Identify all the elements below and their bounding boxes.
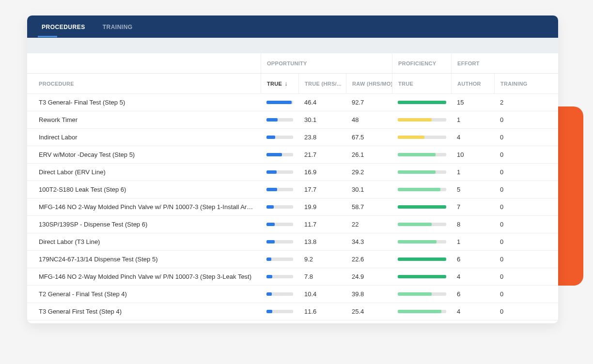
cell-raw-hrs: 92.7 (346, 99, 392, 106)
header-group-opportunity: OPPORTUNITY (261, 53, 392, 73)
cell-proficiency-bar (392, 310, 451, 313)
cell-opportunity-bar (261, 275, 298, 278)
cell-author: 15 (451, 99, 494, 106)
cell-procedure-name: T3 General- Final Test (Step 5) (27, 99, 261, 106)
table-header-columns: PROCEDURE TRUE ↓ TRUE (HRS/... RAW (HRS/… (27, 74, 558, 94)
cell-training: 0 (494, 134, 532, 141)
cell-author: 4 (451, 273, 494, 280)
cell-opportunity-bar (261, 240, 298, 243)
table-row[interactable]: 100T2-S180 Leak Test (Step 6)17.730.150 (27, 181, 558, 198)
cell-raw-hrs: 24.9 (346, 273, 392, 280)
cell-raw-hrs: 30.1 (346, 186, 392, 193)
cell-proficiency-bar (392, 170, 451, 174)
cell-true-hrs: 30.1 (298, 116, 346, 123)
cell-author: 7 (451, 203, 494, 211)
cell-training: 0 (494, 151, 532, 158)
col-training[interactable]: TRAINING (494, 74, 532, 93)
cell-true-hrs: 16.9 (298, 168, 346, 176)
cell-proficiency-bar (392, 188, 451, 191)
cell-opportunity-bar (261, 136, 298, 139)
table-row[interactable]: Indirect Labor23.867.540 (27, 129, 558, 146)
cell-proficiency-bar (392, 101, 451, 104)
cell-procedure-name: Rework Timer (27, 116, 261, 123)
table-row[interactable]: 130SP/139SP - Dispense Test (Step 6)11.7… (27, 216, 558, 233)
cell-author: 5 (451, 186, 494, 193)
tab-procedures[interactable]: PROCEDURES (37, 16, 90, 37)
cell-author: 1 (451, 168, 494, 176)
cell-training: 0 (494, 290, 532, 298)
cell-training: 0 (494, 273, 532, 280)
cell-true-hrs: 23.8 (298, 134, 346, 141)
cell-proficiency-bar (392, 136, 451, 139)
col-procedure[interactable]: PROCEDURE (27, 74, 261, 93)
col-raw-hrs[interactable]: RAW (HRS/MO) (346, 74, 392, 93)
table-row[interactable]: 179NC24-67-13/14 Dispense Test (Step 5)9… (27, 251, 558, 268)
header-group-proficiency: PROFICIENCY (392, 53, 451, 73)
cell-author: 6 (451, 290, 494, 298)
cell-opportunity-bar (261, 153, 298, 156)
cell-author: 1 (451, 238, 494, 245)
cell-true-hrs: 11.6 (298, 308, 346, 315)
table-row[interactable]: Direct Labor (ERV Line)16.929.210 (27, 164, 558, 181)
cell-procedure-name: 179NC24-67-13/14 Dispense Test (Step 5) (27, 256, 261, 263)
cell-author: 1 (451, 116, 494, 123)
col-true-hrs[interactable]: TRUE (HRS/... (298, 74, 346, 93)
cell-raw-hrs: 39.8 (346, 290, 392, 298)
cell-procedure-name: MFG-146 NO 2-Way Molded Pinch Valve w/ P… (27, 273, 261, 280)
col-proficiency-true[interactable]: TRUE (392, 74, 451, 93)
col-true-label: TRUE (267, 81, 282, 87)
table-header-groups: OPPORTUNITY PROFICIENCY EFFORT (27, 53, 558, 74)
table-row[interactable]: ERV w/Motor -Decay Test (Step 5)21.726.1… (27, 146, 558, 164)
cell-raw-hrs: 22 (346, 221, 392, 228)
table-row[interactable]: T3 General First Test (Step 4)11.625.440 (27, 303, 558, 320)
cell-true-hrs: 46.4 (298, 99, 346, 106)
cell-author: 10 (451, 151, 494, 158)
table-row[interactable]: MFG-146 NO 2-Way Molded Pinch Valve w/ P… (27, 198, 558, 216)
table-row[interactable]: MFG-146 NO 2-Way Molded Pinch Valve w/ P… (27, 268, 558, 286)
cell-training: 0 (494, 308, 532, 315)
col-author[interactable]: AUTHOR (451, 74, 494, 93)
cell-training: 0 (494, 186, 532, 193)
cell-training: 0 (494, 238, 532, 245)
procedures-panel: PROCEDURES TRAINING OPPORTUNITY PROFICIE… (27, 15, 558, 323)
cell-procedure-name: ERV w/Motor -Decay Test (Step 5) (27, 151, 261, 158)
cell-true-hrs: 10.4 (298, 290, 346, 298)
procedures-table: OPPORTUNITY PROFICIENCY EFFORT PROCEDURE… (27, 53, 558, 323)
cell-raw-hrs: 58.7 (346, 203, 392, 211)
table-row[interactable]: Direct Labor (T3 Line)13.834.310 (27, 233, 558, 251)
table-row[interactable]: Rework Timer30.14810 (27, 111, 558, 129)
cell-raw-hrs: 22.6 (346, 256, 392, 263)
cell-raw-hrs: 26.1 (346, 151, 392, 158)
cell-procedure-name: MFG-146 NO 2-Way Molded Pinch Valve w/ P… (27, 203, 261, 211)
cell-true-hrs: 9.2 (298, 256, 346, 263)
cell-author: 6 (451, 256, 494, 263)
cell-training: 0 (494, 256, 532, 263)
cell-true-hrs: 21.7 (298, 151, 346, 158)
cell-procedure-name: Direct Labor (ERV Line) (27, 168, 261, 176)
cell-proficiency-bar (392, 240, 451, 243)
header-group-empty (27, 53, 261, 73)
cell-true-hrs: 11.7 (298, 221, 346, 228)
cell-raw-hrs: 67.5 (346, 134, 392, 141)
cell-author: 4 (451, 134, 494, 141)
tabs-bar: PROCEDURES TRAINING (27, 15, 558, 38)
table-row[interactable]: T3 General- Final Test (Step 5)46.492.71… (27, 94, 558, 111)
cell-opportunity-bar (261, 292, 298, 296)
cell-true-hrs: 17.7 (298, 186, 346, 193)
cell-author: 8 (451, 221, 494, 228)
cell-opportunity-bar (261, 188, 298, 191)
cell-opportunity-bar (261, 258, 298, 261)
cell-procedure-name: 100T2-S180 Leak Test (Step 6) (27, 186, 261, 193)
cell-true-hrs: 19.9 (298, 203, 346, 211)
sub-toolbar (27, 38, 558, 53)
cell-raw-hrs: 34.3 (346, 238, 392, 245)
cell-procedure-name: T2 General - Final Test (Step 4) (27, 290, 261, 298)
cell-proficiency-bar (392, 153, 451, 156)
cell-proficiency-bar (392, 258, 451, 261)
cell-author: 4 (451, 308, 494, 315)
cell-proficiency-bar (392, 205, 451, 209)
table-row[interactable]: T2 General - Final Test (Step 4)10.439.8… (27, 286, 558, 303)
cell-proficiency-bar (392, 292, 451, 296)
col-true[interactable]: TRUE ↓ (261, 74, 298, 93)
tab-training[interactable]: TRAINING (98, 16, 138, 37)
